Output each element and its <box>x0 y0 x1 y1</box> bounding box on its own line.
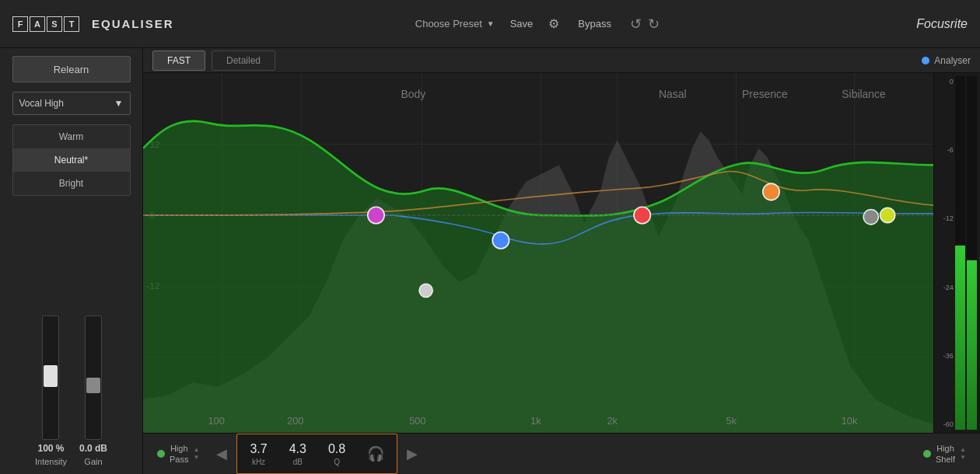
vu-label-12: -12 <box>937 214 954 222</box>
eq-node-6[interactable] <box>880 207 895 222</box>
band-freq-param: 3.7 kHz <box>250 442 267 466</box>
region-presence: Presence <box>742 88 788 100</box>
preset-dropdown-chevron: ▼ <box>114 98 124 109</box>
eq-canvas[interactable]: 12 0 -12 Body Nasal Presence Sibilance <box>143 73 933 433</box>
intensity-slider-track[interactable] <box>42 315 59 440</box>
vu-bar-1 <box>955 76 965 430</box>
eq-node-5[interactable] <box>863 210 878 225</box>
preset-dropdown-arrow: ▼ <box>487 19 495 28</box>
current-preset-name: Vocal High <box>19 98 64 109</box>
svg-text:1k: 1k <box>530 415 541 427</box>
svg-text:5k: 5k <box>726 415 737 427</box>
svg-text:200: 200 <box>287 415 303 427</box>
left-panel: Relearn Vocal High ▼ Warm Neutral* Brigh… <box>0 48 143 474</box>
vu-label-60: -60 <box>937 420 954 428</box>
eq-node-ghost[interactable] <box>419 284 432 297</box>
vu-fill-2 <box>967 260 977 430</box>
bypass-button[interactable]: Bypass <box>569 15 621 33</box>
eq-node-1[interactable] <box>368 207 384 224</box>
high-shelf-up-arrow[interactable]: ▲ <box>960 447 966 453</box>
logo-s: S <box>47 16 62 32</box>
intensity-value: 100 % <box>37 443 64 454</box>
high-pass-label: HighPass <box>170 443 188 465</box>
eq-vu-wrapper: FAST Detailed Analyser <box>143 48 980 474</box>
svg-text:100: 100 <box>208 415 224 427</box>
logo-a: A <box>30 16 45 32</box>
relearn-button[interactable]: Relearn <box>12 56 131 82</box>
svg-text:2k: 2k <box>607 415 618 427</box>
high-shelf-down-arrow[interactable]: ▼ <box>960 455 966 461</box>
vu-scale-labels: 0 -6 -12 -24 -36 -60 <box>937 76 954 430</box>
eq-svg: 12 0 -12 Body Nasal Presence Sibilance <box>143 73 933 433</box>
bottom-bar: HighPass ▲ ▼ ◀ 3.7 kHz 4.3 <box>143 433 980 474</box>
gain-value: 0.0 dB <box>79 443 107 454</box>
app-title: EQUALISER <box>92 17 174 30</box>
intensity-slider-col: 100 % Intensity <box>35 315 67 466</box>
high-pass-arrows: ▲ ▼ <box>193 447 199 461</box>
high-pass-led[interactable] <box>157 450 165 458</box>
region-sibilance: Sibilance <box>842 88 886 100</box>
selected-band-info: 3.7 kHz 4.3 dB 0.8 Q 🎧 <box>236 434 397 474</box>
band-db-value: 4.3 <box>289 442 306 456</box>
gain-slider-track[interactable] <box>85 315 102 440</box>
vu-fill-1 <box>955 246 965 430</box>
style-neutral[interactable]: Neutral* <box>13 148 130 172</box>
vu-bar-2 <box>967 76 977 430</box>
eq-node-3[interactable] <box>634 207 650 224</box>
style-bright[interactable]: Bright <box>13 172 130 195</box>
intensity-slider-thumb[interactable] <box>44 365 58 387</box>
eq-vu-row: 12 0 -12 Body Nasal Presence Sibilance <box>143 73 980 433</box>
preset-label: Choose Preset <box>415 18 482 30</box>
region-body: Body <box>401 88 426 100</box>
nav-left-arrow[interactable]: ◀ <box>210 445 233 462</box>
band-q-param: 0.8 Q <box>328 442 345 466</box>
vu-label-0: 0 <box>937 78 954 85</box>
eq-toolbar: FAST Detailed Analyser <box>143 48 980 73</box>
undo-redo-group: ↺ ↻ <box>630 16 660 33</box>
style-list: Warm Neutral* Bright <box>12 124 131 196</box>
tab-fast[interactable]: FAST <box>152 51 205 71</box>
sliders-row: 100 % Intensity 0.0 dB Gain <box>35 208 107 466</box>
high-pass-down-arrow[interactable]: ▼ <box>193 455 199 461</box>
band-freq-unit: kHz <box>252 458 265 466</box>
header-center: Choose Preset ▼ Save ⚙ Bypass ↺ ↻ <box>174 15 901 33</box>
undo-button[interactable]: ↺ <box>630 16 642 33</box>
eq-node-2[interactable] <box>492 232 509 249</box>
nav-right-arrow[interactable]: ▶ <box>401 445 424 462</box>
analyser-toggle[interactable]: Analyser <box>922 55 971 66</box>
analyser-led <box>922 57 929 64</box>
tab-detailed[interactable]: Detailed <box>212 51 275 71</box>
redo-button[interactable]: ↻ <box>648 16 660 33</box>
preset-selector[interactable]: Choose Preset ▼ <box>415 18 495 30</box>
region-nasal: Nasal <box>659 88 687 100</box>
high-shelf-label: HighShelf <box>936 443 955 465</box>
headphone-icon[interactable]: 🎧 <box>367 445 384 462</box>
high-pass-control: HighPass ▲ ▼ <box>149 434 207 474</box>
vu-label-24: -24 <box>937 284 954 291</box>
svg-text:500: 500 <box>409 415 425 427</box>
main-area: Relearn Vocal High ▼ Warm Neutral* Brigh… <box>0 48 980 474</box>
vu-meter-inner: 0 -6 -12 -24 -36 -60 <box>937 76 977 430</box>
svg-text:10k: 10k <box>842 415 858 427</box>
gain-label: Gain <box>84 457 102 466</box>
vu-label-6: -6 <box>937 146 954 154</box>
high-shelf-led[interactable] <box>923 450 931 458</box>
gain-slider-thumb[interactable] <box>86 378 100 393</box>
preset-dropdown[interactable]: Vocal High ▼ <box>12 92 131 115</box>
save-button[interactable]: Save <box>504 15 540 33</box>
settings-icon[interactable]: ⚙ <box>548 16 559 31</box>
logo-t: T <box>64 16 79 32</box>
high-shelf-arrows: ▲ ▼ <box>960 447 966 461</box>
band-q-value: 0.8 <box>328 442 345 456</box>
high-pass-up-arrow[interactable]: ▲ <box>193 447 199 453</box>
style-warm[interactable]: Warm <box>13 125 130 148</box>
logo-fast: F A S T <box>12 16 79 32</box>
high-shelf-control: HighShelf ▲ ▼ <box>915 434 974 474</box>
intensity-label: Intensity <box>35 457 67 466</box>
band-db-unit: dB <box>293 458 303 466</box>
header: F A S T EQUALISER Choose Preset ▼ Save ⚙… <box>0 0 980 48</box>
band-q-unit: Q <box>334 458 340 466</box>
eq-node-4[interactable] <box>763 183 779 200</box>
gain-slider-col: 0.0 dB Gain <box>79 315 107 466</box>
analyser-label: Analyser <box>934 55 971 66</box>
